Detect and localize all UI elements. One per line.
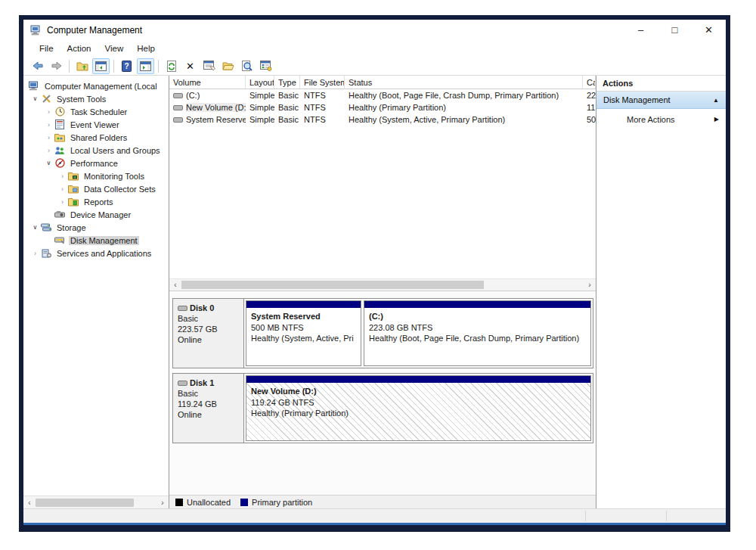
partition-system-reserved[interactable]: System Reserved 500 MB NTFS Healthy (Sys… [246, 300, 361, 366]
status-bar-separator [666, 511, 667, 521]
computer-management-window: Computer Management – □ ✕ File Action Vi… [19, 15, 730, 532]
tree-item-task-scheduler[interactable]: › Task Scheduler [23, 105, 169, 118]
disk-icon [178, 381, 187, 386]
partition-c[interactable]: (C:) 223.08 GB NTFS Healthy (Boot, Page … [364, 300, 591, 366]
tree-item-local-users-and-groups[interactable]: › Local Users and Groups [23, 144, 169, 157]
disk-1-row: Disk 1 Basic 119.24 GB Online New Volume… [172, 373, 593, 443]
actions-pane-title: Actions [596, 76, 726, 92]
computer-management-icon [30, 24, 42, 36]
show-hide-console-tree-button[interactable] [92, 58, 110, 74]
volume-icon [173, 93, 183, 98]
primary-partition-bar [246, 376, 590, 383]
scroll-right-arrow[interactable]: › [156, 499, 169, 507]
status-bar-separator [585, 511, 586, 521]
volume-row-c[interactable]: (C:) Simple Basic NTFS Healthy (Boot, Pa… [169, 89, 596, 101]
chevron-down-icon[interactable]: ∨ [30, 224, 40, 231]
performance-icon [54, 158, 66, 169]
volume-list-header: Volume Layout Type File System Status Ca [169, 76, 596, 89]
chevron-right-icon[interactable]: › [44, 134, 54, 141]
tree-item-data-collector-sets[interactable]: › Data Collector Sets [23, 182, 169, 195]
volume-horizontal-scrollbar[interactable]: ‹ › [169, 278, 596, 291]
reports-folder-icon [67, 197, 79, 207]
menu-file[interactable]: File [33, 42, 60, 54]
chevron-right-icon[interactable]: › [30, 250, 40, 257]
chevron-down-icon[interactable]: ∨ [30, 95, 40, 102]
disk-management-icon [54, 235, 66, 246]
column-header-file-system[interactable]: File System [300, 76, 345, 89]
chevron-right-icon[interactable]: › [57, 185, 67, 193]
tree-item-services-and-applications[interactable]: › Services and Applications [23, 247, 169, 259]
column-header-layout[interactable]: Layout [246, 76, 274, 89]
volume-row-new-volume-d[interactable]: New Volume (D:) Simple Basic NTFS Health… [169, 101, 596, 113]
back-button[interactable] [29, 58, 46, 74]
disk-0-label[interactable]: Disk 0 Basic 223.57 GB Online [173, 299, 244, 368]
customize-view-button[interactable] [257, 58, 274, 74]
chevron-right-icon[interactable]: › [44, 121, 54, 129]
minimize-button[interactable]: – [624, 20, 658, 40]
help-button[interactable]: ? [118, 58, 135, 74]
scroll-left-arrow[interactable]: ‹ [169, 281, 181, 289]
partition-legend: Unallocated Primary partition [169, 495, 596, 508]
maximize-button[interactable]: □ [658, 20, 692, 40]
forward-button[interactable] [48, 58, 65, 74]
status-bar [23, 508, 726, 525]
close-button[interactable]: ✕ [692, 20, 726, 40]
volume-row-system-reserved[interactable]: System Reserved Simple Basic NTFS Health… [169, 113, 596, 126]
menu-action[interactable]: Action [60, 42, 98, 54]
scroll-right-arrow[interactable]: › [584, 281, 596, 289]
column-header-status[interactable]: Status [345, 76, 583, 89]
computer-icon [28, 81, 40, 92]
column-header-volume[interactable]: Volume [169, 76, 246, 89]
volume-list: Volume Layout Type File System Status Ca… [169, 76, 596, 278]
svg-text:?: ? [124, 62, 129, 70]
column-header-capacity[interactable]: Ca [583, 76, 596, 89]
system-tools-icon [40, 94, 52, 104]
refresh-button[interactable] [163, 58, 180, 74]
tree-item-disk-management[interactable]: Disk Management [23, 234, 169, 247]
data-collector-sets-folder-icon [67, 184, 79, 194]
scroll-thumb[interactable] [181, 281, 484, 289]
partition-new-volume-d[interactable]: New Volume (D:) 119.24 GB NTFS Healthy (… [246, 375, 591, 441]
tree-item-system-tools[interactable]: ∨ System Tools [23, 92, 169, 105]
more-actions-item[interactable]: More Actions ▶ [596, 109, 726, 129]
tree-horizontal-scrollbar[interactable]: ‹ › [23, 496, 169, 508]
tree-item-monitoring-tools[interactable]: › Monitoring Tools [23, 169, 169, 182]
scroll-thumb[interactable] [36, 499, 134, 507]
tree-item-event-viewer[interactable]: › Event Viewer [23, 118, 169, 131]
up-one-level-button[interactable] [73, 58, 91, 74]
properties-button[interactable] [200, 58, 218, 74]
collapse-arrow-icon[interactable]: ▲ [713, 97, 719, 104]
scroll-left-arrow[interactable]: ‹ [23, 499, 36, 507]
column-header-type[interactable]: Type [274, 76, 300, 89]
legend-primary-partition-label: Primary partition [252, 498, 312, 507]
submenu-arrow-icon: ▶ [714, 116, 719, 123]
open-folder-button[interactable] [219, 58, 237, 74]
show-hide-action-pane-button[interactable] [137, 58, 154, 74]
chevron-right-icon[interactable]: › [57, 172, 67, 180]
console-tree-pane: Computer Management (Local ∨ System Tool… [23, 76, 169, 508]
menu-help[interactable]: Help [130, 42, 162, 54]
delete-button[interactable]: ✕ [181, 58, 199, 74]
actions-group-disk-management[interactable]: Disk Management ▲ [596, 92, 726, 109]
tree-item-performance[interactable]: ∨ Performance [23, 157, 169, 169]
tree-item-device-manager[interactable]: Device Manager [23, 208, 169, 221]
chevron-right-icon[interactable]: › [57, 198, 67, 206]
storage-icon [40, 222, 52, 233]
toolbar-separator [69, 60, 70, 73]
chevron-right-icon[interactable]: › [44, 147, 54, 154]
tree-item-computer-management[interactable]: Computer Management (Local [23, 79, 169, 92]
chevron-down-icon[interactable]: ∨ [44, 160, 54, 166]
tree-item-shared-folders[interactable]: › Shared Folders [23, 131, 169, 144]
main-area: Computer Management (Local ∨ System Tool… [23, 76, 726, 508]
task-scheduler-icon [54, 107, 66, 117]
tree-item-reports[interactable]: › Reports [23, 195, 169, 208]
primary-partition-bar [246, 301, 361, 308]
toolbar-separator [158, 60, 159, 73]
menu-view[interactable]: View [98, 42, 131, 54]
find-button[interactable] [238, 58, 256, 74]
disk-1-label[interactable]: Disk 1 Basic 119.24 GB Online [173, 374, 244, 443]
monitoring-tools-folder-icon [67, 171, 79, 182]
chevron-right-icon[interactable]: › [44, 108, 54, 116]
services-icon [40, 248, 52, 259]
tree-item-storage[interactable]: ∨ Storage [23, 221, 169, 234]
